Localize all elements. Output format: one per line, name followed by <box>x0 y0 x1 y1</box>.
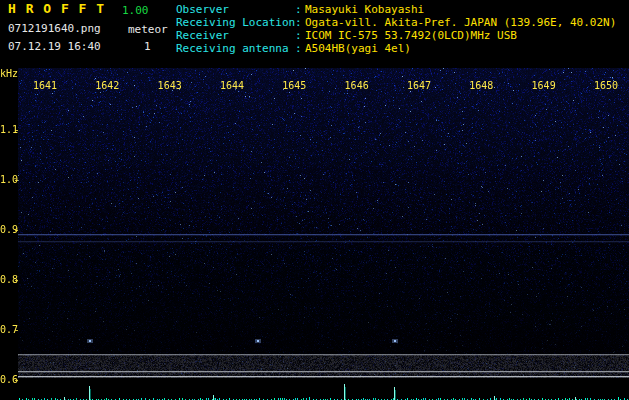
info-separator: : <box>295 29 305 42</box>
info-value: Masayuki Kobayashi <box>305 3 424 16</box>
hrofft-window: H R O F F T 1.00 0712191640.png meteor 0… <box>0 0 629 400</box>
info-value: A504HB(yagi 4el) <box>305 42 411 55</box>
time-tick-label: 1647 <box>407 80 431 91</box>
time-tick-label: 1648 <box>469 80 493 91</box>
freq-tick-mark <box>15 130 18 131</box>
time-tick-label: 1649 <box>532 80 556 91</box>
station-info: Observer:Masayuki KobayashiReceiving Loc… <box>176 3 616 55</box>
info-label: Receiving antenna <box>176 42 295 55</box>
mode-count: 1 <box>144 41 151 53</box>
datetime: 07.12.19 16:40 <box>8 41 101 53</box>
freq-tick-mark <box>15 280 18 281</box>
time-tick-label: 1641 <box>33 80 57 91</box>
app-title: H R O F F T <box>8 3 105 15</box>
time-tick-label: 1642 <box>95 80 119 91</box>
time-tick-label: 1644 <box>220 80 244 91</box>
info-label: Receiver <box>176 29 295 42</box>
signal-level-strip <box>18 378 629 400</box>
time-tick-label: 1646 <box>345 80 369 91</box>
info-separator: : <box>295 42 305 55</box>
freq-tick-mark <box>15 380 18 381</box>
freq-tick-mark <box>15 330 18 331</box>
station-info-row: Observer:Masayuki Kobayashi <box>176 3 616 16</box>
time-tick-label: 1650 <box>594 80 618 91</box>
spectrogram-canvas <box>18 68 629 378</box>
info-label: Observer <box>176 3 295 16</box>
station-info-row: Receiver:ICOM IC-575 53.7492(0LCD)MHz US… <box>176 29 616 42</box>
time-tick-label: 1643 <box>158 80 182 91</box>
output-filename: 0712191640.png <box>8 23 101 35</box>
station-info-row: Receiving antenna:A504HB(yagi 4el) <box>176 42 616 55</box>
freq-unit-label: kHz <box>0 68 17 80</box>
app-version: 1.00 <box>122 5 149 17</box>
info-value: ICOM IC-575 53.7492(0LCD)MHz USB <box>305 29 517 42</box>
freq-tick-mark <box>15 180 18 181</box>
time-tick-label: 1645 <box>282 80 306 91</box>
freq-tick-mark <box>15 230 18 231</box>
info-separator: : <box>295 16 305 29</box>
info-value: Ogata-vill. Akita-Pref. JAPAN (139.96E, … <box>305 16 616 29</box>
info-label: Receiving Location <box>176 16 295 29</box>
info-separator: : <box>295 3 305 16</box>
mode-label: meteor <box>128 24 168 36</box>
station-info-row: Receiving Location:Ogata-vill. Akita-Pre… <box>176 16 616 29</box>
